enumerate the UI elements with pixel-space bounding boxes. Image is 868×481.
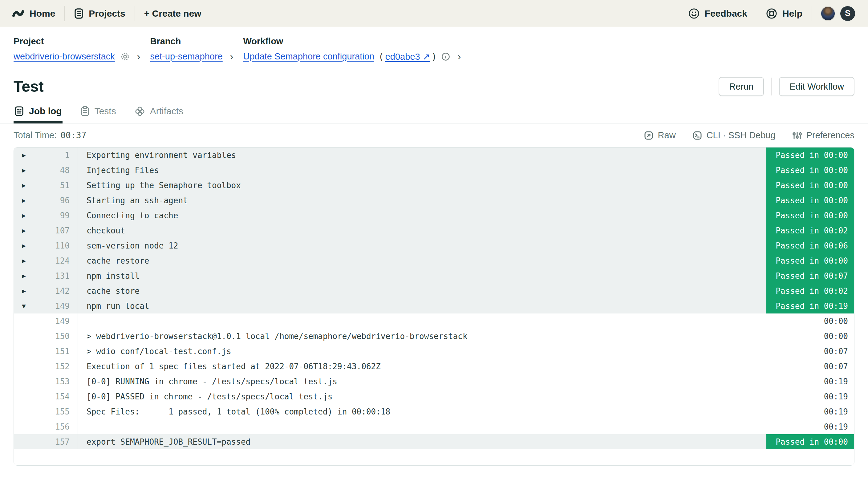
- line-timestamp: 00:07: [766, 359, 854, 374]
- line-timestamp: 00:00: [766, 314, 854, 328]
- log-output-text: > webdriverio-browserstack@1.0.1 local /…: [78, 328, 766, 344]
- collapse-arrow-icon[interactable]: ▼: [14, 298, 37, 314]
- log-line-row: 157export SEMAPHORE_JOB_RESULT=passedPas…: [14, 434, 854, 449]
- line-number: 157: [37, 434, 78, 449]
- command-text: checkout: [78, 223, 766, 238]
- line-number: 110: [37, 238, 78, 253]
- log-output-text: Execution of 1 spec files started at 202…: [78, 359, 766, 374]
- log-group-row[interactable]: ▶96Starting an ssh-agentPassed in 00:00: [14, 193, 854, 208]
- passed-badge: Passed in 00:06: [766, 238, 854, 253]
- line-number: 124: [37, 253, 78, 268]
- line-number: 48: [37, 163, 78, 178]
- line-number: 149: [37, 314, 78, 328]
- job-log-icon: [14, 106, 24, 117]
- log-group-row[interactable]: ▶107checkoutPassed in 00:02: [14, 223, 854, 238]
- log-group-row[interactable]: ▶110sem-version node 12Passed in 00:06: [14, 238, 854, 253]
- log-group-row[interactable]: ▶48Injecting FilesPassed in 00:00: [14, 163, 854, 178]
- arrow-spacer: [14, 434, 37, 449]
- workflow-link[interactable]: Update Semaphore configuration: [243, 52, 374, 62]
- breadcrumb-separator: ›: [456, 51, 463, 62]
- expand-arrow-icon[interactable]: ▶: [14, 268, 37, 283]
- log-line-row: 152Execution of 1 spec files started at …: [14, 359, 854, 374]
- line-timestamp: 00:19: [766, 419, 854, 434]
- arrow-spacer: [14, 344, 37, 359]
- line-number: 151: [37, 344, 78, 359]
- log-line-row: 155Spec Files: 1 passed, 1 total (100% c…: [14, 404, 854, 419]
- passed-badge: Passed in 00:00: [766, 163, 854, 178]
- expand-arrow-icon[interactable]: ▶: [14, 238, 37, 253]
- external-link-icon: [644, 131, 654, 140]
- expand-arrow-icon[interactable]: ▶: [14, 208, 37, 223]
- passed-badge: Passed in 00:00: [766, 148, 854, 163]
- preferences-button[interactable]: Preferences: [792, 130, 855, 140]
- nav-item-home[interactable]: Home: [12, 0, 64, 27]
- commit-link[interactable]: ed0abe3 ↗: [385, 52, 430, 62]
- help-button[interactable]: Help: [756, 0, 812, 27]
- tab-job-log-label: Job log: [29, 106, 62, 117]
- line-number: 149: [37, 298, 78, 314]
- command-text: Setting up the Semaphore toolbox: [78, 178, 766, 193]
- tab-tests[interactable]: Tests: [80, 102, 117, 123]
- line-number: 154: [37, 389, 78, 404]
- project-link[interactable]: webdriverio-browserstack: [13, 52, 115, 62]
- tab-artifacts[interactable]: Artifacts: [134, 102, 184, 123]
- line-number: 156: [37, 419, 78, 434]
- edit-workflow-button[interactable]: Edit Workflow: [779, 77, 855, 96]
- preferences-label: Preferences: [806, 130, 855, 140]
- log-output-text: [0-0] PASSED in chrome - /tests/specs/lo…: [78, 389, 766, 404]
- raw-label: Raw: [658, 130, 676, 140]
- nav-create-new-label: + Create new: [144, 8, 202, 19]
- breadcrumb-separator: ›: [228, 51, 235, 62]
- breadcrumb-branch: Branch set-up-semaphore ›: [150, 36, 235, 62]
- command-text: sem-version node 12: [78, 238, 766, 253]
- log-group-row[interactable]: ▶124cache restorePassed in 00:00: [14, 253, 854, 268]
- line-number: 153: [37, 374, 78, 389]
- nav-item-projects[interactable]: Projects: [65, 0, 134, 27]
- feedback-button[interactable]: Feedback: [679, 0, 756, 27]
- log-output-text: Spec Files: 1 passed, 1 total (100% comp…: [78, 404, 766, 419]
- expand-arrow-icon[interactable]: ▶: [14, 163, 37, 178]
- log-output-text: [78, 314, 766, 328]
- feedback-label: Feedback: [705, 8, 747, 19]
- log-group-row[interactable]: ▼149npm run localPassed in 00:19: [14, 298, 854, 314]
- log-group-row[interactable]: ▶1Exporting environment variablesPassed …: [14, 148, 854, 163]
- log-group-row[interactable]: ▶131npm installPassed in 00:07: [14, 268, 854, 283]
- cli-ssh-debug-button[interactable]: CLI · SSH Debug: [692, 130, 776, 140]
- organization-badge[interactable]: S: [840, 6, 855, 21]
- tab-job-log[interactable]: Job log: [13, 102, 63, 123]
- passed-badge: Passed in 00:02: [766, 283, 854, 298]
- raw-button[interactable]: Raw: [644, 130, 676, 140]
- command-text: Connecting to cache: [78, 208, 766, 223]
- arrow-spacer: [14, 314, 37, 328]
- nav-home-label: Home: [30, 8, 55, 19]
- arrow-spacer: [14, 389, 37, 404]
- expand-arrow-icon[interactable]: ▶: [14, 223, 37, 238]
- log-group-row[interactable]: ▶51Setting up the Semaphore toolboxPasse…: [14, 178, 854, 193]
- command-text: npm install: [78, 268, 766, 283]
- user-avatar[interactable]: [820, 6, 835, 21]
- log-line-row: 14900:00: [14, 314, 854, 328]
- project-settings-gear-icon[interactable]: [120, 52, 130, 61]
- expand-arrow-icon[interactable]: ▶: [14, 283, 37, 298]
- line-timestamp: 00:19: [766, 374, 854, 389]
- expand-arrow-icon[interactable]: ▶: [14, 148, 37, 163]
- command-text: cache restore: [78, 253, 766, 268]
- branch-link[interactable]: set-up-semaphore: [150, 52, 222, 62]
- total-time-value: 00:37: [60, 130, 86, 140]
- log-output-text: > wdio conf/local-test.conf.js: [78, 344, 766, 359]
- line-number: 131: [37, 268, 78, 283]
- breadcrumb-project: Project webdriverio-browserstack ›: [13, 36, 142, 62]
- log-group-row[interactable]: ▶99Connecting to cachePassed in 00:00: [14, 208, 854, 223]
- expand-arrow-icon[interactable]: ▶: [14, 193, 37, 208]
- log-group-row[interactable]: ▶142cache storePassed in 00:02: [14, 283, 854, 298]
- line-timestamp: 00:19: [766, 389, 854, 404]
- terminal-icon: [692, 131, 702, 140]
- rerun-button[interactable]: Rerun: [719, 77, 764, 96]
- paren-open: (: [380, 52, 383, 62]
- expand-arrow-icon[interactable]: ▶: [14, 178, 37, 193]
- nav-item-create-new[interactable]: + Create new: [135, 0, 211, 27]
- breadcrumb-separator: ›: [135, 51, 142, 62]
- expand-arrow-icon[interactable]: ▶: [14, 253, 37, 268]
- tests-clipboard-icon: [81, 106, 90, 117]
- info-icon[interactable]: [441, 52, 450, 61]
